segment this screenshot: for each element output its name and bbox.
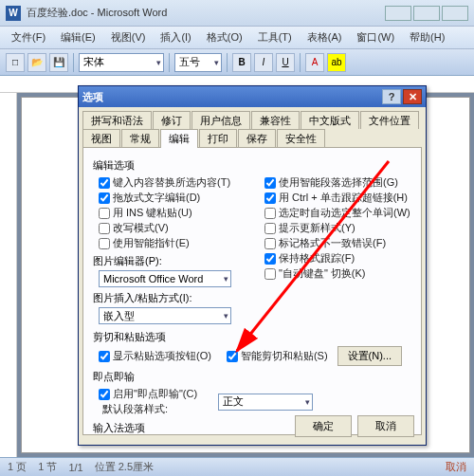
chk-dragdrop[interactable]: 拖放式文字编辑(D) bbox=[99, 191, 246, 205]
status-pages: 1/1 bbox=[68, 462, 82, 473]
chk-auto-keyboard[interactable]: "自动键盘" 切换(K) bbox=[264, 266, 411, 281]
chk-ins-paste[interactable]: 用 INS 键粘贴(U) bbox=[99, 206, 246, 220]
tab-print[interactable]: 打印 bbox=[199, 129, 237, 148]
dialog-title: 选项 bbox=[82, 90, 382, 104]
section-instant: 即点即输 bbox=[93, 370, 411, 384]
chk-prompt-style[interactable]: 提示更新样式(Y) bbox=[264, 221, 411, 235]
menu-view[interactable]: 视图(V) bbox=[103, 27, 154, 47]
menu-help[interactable]: 帮助(H) bbox=[402, 27, 452, 47]
cancel-button[interactable]: 取消 bbox=[357, 415, 414, 437]
status-section: 1 节 bbox=[38, 460, 57, 474]
options-dialog: 选项 ? ✕ 拼写和语法 修订 用户信息 兼容性 中文版式 文件位置 视图 常规… bbox=[78, 85, 427, 446]
tab-security[interactable]: 安全性 bbox=[277, 129, 325, 148]
section-cut-paste: 剪切和粘贴选项 bbox=[93, 330, 411, 344]
tab-cjk[interactable]: 中文版式 bbox=[301, 111, 359, 130]
save-icon[interactable]: 💾 bbox=[49, 53, 68, 72]
tab-edit[interactable]: 编辑 bbox=[160, 129, 198, 148]
status-page: 1 页 bbox=[8, 460, 27, 474]
bold-button[interactable]: B bbox=[232, 53, 251, 72]
statusbar: 1 页 1 节 1/1 位置 2.5厘米 取消 bbox=[0, 457, 474, 476]
tab-general[interactable]: 常规 bbox=[121, 129, 159, 148]
chk-smart-pointer[interactable]: 使用智能指针(E) bbox=[99, 236, 246, 250]
label-default-style: 默认段落样式: bbox=[102, 402, 197, 416]
dialog-titlebar: 选项 ? ✕ bbox=[79, 86, 426, 107]
menu-edit[interactable]: 编辑(E) bbox=[53, 27, 103, 47]
chk-enable-instant[interactable]: 启用"即点即输"(C) bbox=[99, 387, 197, 401]
ruler-vertical[interactable] bbox=[0, 93, 17, 457]
tab-user[interactable]: 用户信息 bbox=[191, 111, 250, 130]
menu-file[interactable]: 文件(F) bbox=[4, 27, 53, 47]
font-combo[interactable]: 宋体 bbox=[79, 53, 164, 72]
label-pic-paste: 图片插入/粘贴方式(I): bbox=[93, 291, 246, 305]
combo-pic-editor[interactable]: Microsoft Office Word bbox=[99, 270, 231, 287]
chk-smart-cut[interactable]: 智能剪切和粘贴(S) bbox=[227, 349, 328, 363]
tab-spelling[interactable]: 拼写和语法 bbox=[82, 111, 152, 130]
chk-overwrite[interactable]: 改写模式(V) bbox=[99, 221, 246, 235]
tab-compat[interactable]: 兼容性 bbox=[251, 111, 300, 130]
tabs-row2: 视图 常规 编辑 打印 保存 安全性 bbox=[79, 129, 426, 147]
tab-view[interactable]: 视图 bbox=[82, 129, 120, 148]
menubar: 文件(F) 编辑(E) 视图(V) 插入(I) 格式(O) 工具(T) 表格(A… bbox=[0, 27, 474, 49]
italic-button[interactable]: I bbox=[254, 53, 273, 72]
menu-format[interactable]: 格式(O) bbox=[199, 27, 250, 47]
tab-fileloc[interactable]: 文件位置 bbox=[360, 111, 419, 130]
label-pic-editor: 图片编辑器(P): bbox=[93, 254, 246, 268]
chk-smart-para[interactable]: 使用智能段落选择范围(G) bbox=[264, 175, 411, 190]
tabs-row1: 拼写和语法 修订 用户信息 兼容性 中文版式 文件位置 bbox=[79, 107, 426, 129]
combo-pic-paste[interactable]: 嵌入型 bbox=[99, 307, 231, 324]
minimize-button[interactable] bbox=[385, 6, 411, 21]
dialog-close-button[interactable]: ✕ bbox=[403, 89, 422, 104]
chk-replace-sel[interactable]: 键入内容替换所选内容(T) bbox=[99, 175, 246, 190]
chk-ctrl-click[interactable]: 用 Ctrl + 单击跟踪超链接(H) bbox=[264, 191, 411, 205]
settings-button[interactable]: 设置(N)... bbox=[337, 346, 402, 366]
underline-button[interactable]: U bbox=[276, 53, 295, 72]
menu-insert[interactable]: 插入(I) bbox=[153, 27, 198, 47]
tab-track[interactable]: 修订 bbox=[153, 111, 191, 130]
chk-keep-format[interactable]: 保持格式跟踪(F) bbox=[264, 251, 411, 265]
menu-table[interactable]: 表格(A) bbox=[300, 27, 350, 47]
font-color-button[interactable]: A bbox=[305, 53, 324, 72]
tab-save[interactable]: 保存 bbox=[238, 129, 276, 148]
combo-style[interactable]: 正文 bbox=[218, 394, 313, 411]
chk-auto-word[interactable]: 选定时自动选定整个单词(W) bbox=[264, 206, 411, 220]
chk-mark-format[interactable]: 标记格式不一致错误(F) bbox=[264, 236, 411, 250]
close-button[interactable] bbox=[442, 6, 468, 21]
toolbar: □ 📂 💾 宋体 五号 B I U A ab bbox=[0, 49, 474, 76]
menu-tools[interactable]: 工具(T) bbox=[250, 27, 300, 47]
dialog-help-button[interactable]: ? bbox=[382, 89, 401, 104]
edit-panel: 编辑选项 键入内容替换所选内容(T) 拖放式文字编辑(D) 用 INS 键粘贴(… bbox=[82, 147, 422, 435]
section-edit-options: 编辑选项 bbox=[93, 158, 411, 173]
status-right: 取消 bbox=[446, 460, 466, 474]
open-icon[interactable]: 📂 bbox=[27, 53, 46, 72]
menu-window[interactable]: 窗口(W) bbox=[349, 27, 402, 47]
ok-button[interactable]: 确定 bbox=[295, 415, 352, 437]
titlebar: W 百度经验.doc - Microsoft Word bbox=[0, 0, 474, 27]
maximize-button[interactable] bbox=[413, 6, 440, 21]
chk-show-paste[interactable]: 显示粘贴选项按钮(O) bbox=[99, 349, 211, 363]
size-combo[interactable]: 五号 bbox=[174, 53, 222, 72]
window-title: 百度经验.doc - Microsoft Word bbox=[27, 6, 385, 20]
word-icon: W bbox=[6, 6, 21, 21]
new-icon[interactable]: □ bbox=[6, 53, 25, 72]
highlight-button[interactable]: ab bbox=[327, 53, 346, 72]
status-position: 位置 2.5厘米 bbox=[95, 460, 154, 474]
